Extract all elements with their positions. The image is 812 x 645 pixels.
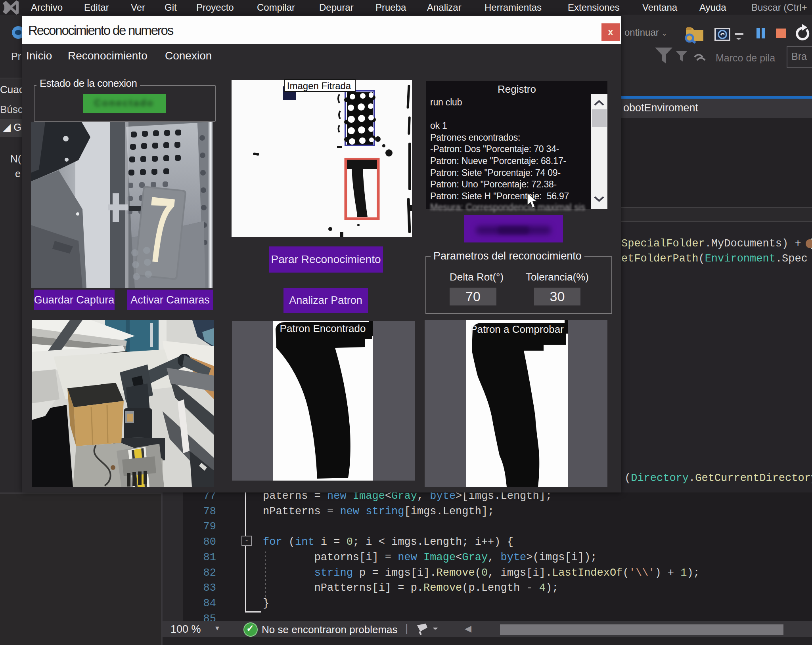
svg-text:Patron a Comprobar: Patron a Comprobar [470, 323, 564, 335]
svg-text:Patron Encontrado: Patron Encontrado [280, 322, 366, 334]
